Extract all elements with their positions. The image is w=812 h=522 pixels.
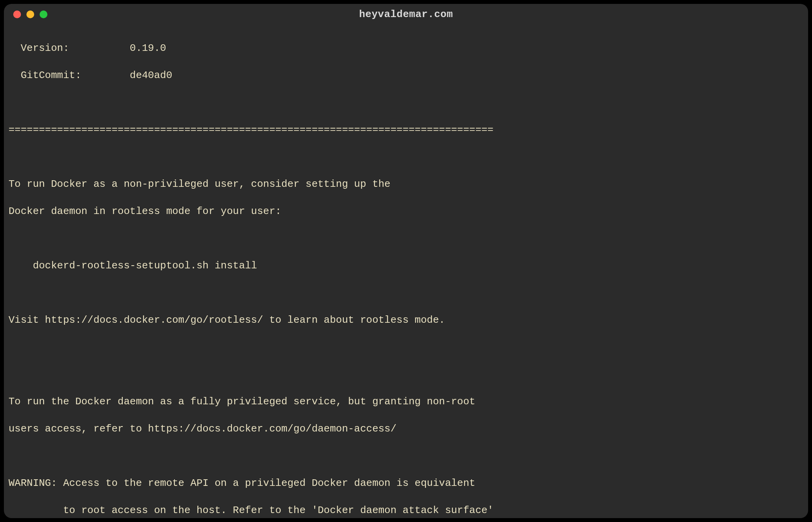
traffic-lights xyxy=(13,10,47,18)
output-line xyxy=(9,341,803,354)
minimize-icon[interactable] xyxy=(26,10,34,18)
maximize-icon[interactable] xyxy=(40,10,47,18)
window-title: heyvaldemar.com xyxy=(4,9,808,20)
output-line: To run the Docker daemon as a fully priv… xyxy=(9,395,803,409)
titlebar: heyvaldemar.com xyxy=(4,4,808,25)
terminal-output[interactable]: Version: 0.19.0 GitCommit: de40ad0 =====… xyxy=(4,25,808,518)
divider-line: ========================================… xyxy=(9,123,803,137)
output-line: Version: 0.19.0 xyxy=(9,42,803,55)
output-line: WARNING: Access to the remote API on a p… xyxy=(9,477,803,490)
close-icon[interactable] xyxy=(13,10,21,18)
output-line: Visit https://docs.docker.com/go/rootles… xyxy=(9,313,803,327)
output-line xyxy=(9,368,803,381)
output-line xyxy=(9,286,803,300)
terminal-window: heyvaldemar.com Version: 0.19.0 GitCommi… xyxy=(4,4,808,518)
output-line: to root access on the host. Refer to the… xyxy=(9,504,803,517)
output-line: To run Docker as a non-privileged user, … xyxy=(9,177,803,191)
output-line xyxy=(9,449,803,463)
output-line xyxy=(9,232,803,245)
output-line xyxy=(9,150,803,164)
output-line: dockerd-rootless-setuptool.sh install xyxy=(9,259,803,273)
output-line: Docker daemon in rootless mode for your … xyxy=(9,205,803,218)
output-line: users access, refer to https://docs.dock… xyxy=(9,422,803,436)
output-line: GitCommit: de40ad0 xyxy=(9,69,803,82)
output-line xyxy=(9,96,803,110)
